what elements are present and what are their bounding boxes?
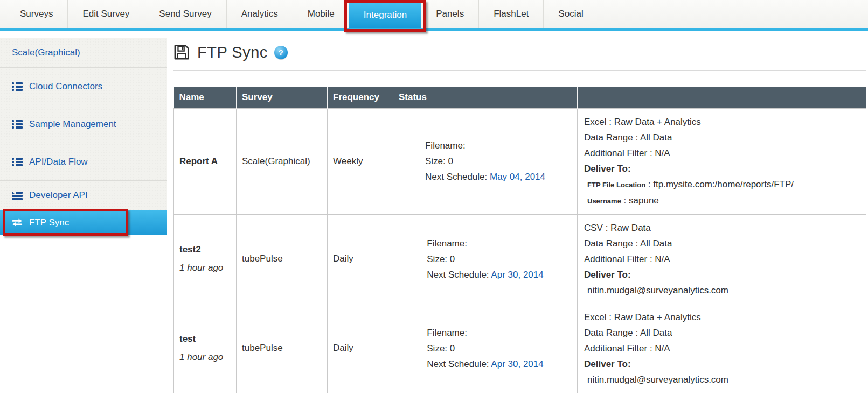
- detail-additional-filter: Additional Filter : N/A: [584, 251, 860, 267]
- table-row: test 1 hour ago tubePulse Daily Filename…: [174, 304, 866, 393]
- separator: :: [645, 179, 653, 189]
- sidebar-item-scale-graphical[interactable]: Scale(Graphical): [0, 38, 167, 68]
- detail-data-range: Data Range : All Data: [584, 325, 860, 341]
- separator: :: [621, 195, 629, 206]
- username-label: Username: [587, 197, 621, 205]
- detail-deliver-to-label: Deliver To:: [584, 356, 860, 372]
- sidebar-item-label: Cloud Connectors: [29, 81, 102, 92]
- sidebar-item-label: Developer API: [29, 190, 88, 201]
- status-next-schedule: Next Schedule: Apr 30, 2014: [427, 267, 543, 283]
- tab-social[interactable]: Social: [543, 0, 598, 28]
- sync-arrows-icon: [12, 218, 23, 227]
- sidebar: Scale(Graphical) Cloud Connectors Sample…: [0, 31, 171, 395]
- tab-panels[interactable]: Panels: [421, 0, 478, 28]
- title-divider: [173, 70, 866, 71]
- list-arrow-icon: [12, 191, 23, 200]
- details-cell: Excel : Raw Data + Analytics Data Range …: [578, 108, 866, 214]
- next-schedule-date-link[interactable]: May 04, 2014: [490, 172, 545, 182]
- column-header-status: Status: [393, 87, 578, 108]
- tab-integration[interactable]: Integration: [349, 2, 421, 28]
- status-cell: Filename: Size: 0 Next Schedule: May 04,…: [393, 108, 578, 214]
- ftp-location-value: ftp.mysite.com:/home/reports/FTP/: [653, 179, 794, 189]
- floppy-disk-icon: [173, 44, 190, 60]
- next-schedule-label: Next Schedule:: [427, 359, 491, 369]
- tab-label: Panels: [436, 9, 464, 19]
- tab-label: Send Survey: [159, 9, 211, 19]
- tab-edit-survey[interactable]: Edit Survey: [67, 0, 144, 28]
- next-schedule-date-link[interactable]: Apr 30, 2014: [491, 359, 543, 369]
- status-next-schedule: Next Schedule: Apr 30, 2014: [427, 356, 543, 372]
- tab-label: Analytics: [241, 9, 278, 19]
- status-filename: Filename:: [427, 325, 543, 341]
- frequency-cell: Weekly: [328, 108, 393, 214]
- sidebar-item-label: Sample Management: [29, 119, 116, 130]
- title-row: FTP Sync ?: [173, 41, 866, 63]
- detail-data-range: Data Range : All Data: [584, 130, 860, 145]
- page: Surveys Edit Survey Send Survey Analytic…: [0, 0, 868, 395]
- sidebar-item-cloud-connectors[interactable]: Cloud Connectors: [0, 68, 167, 105]
- detail-deliver-to-label: Deliver To:: [584, 161, 860, 177]
- detail-additional-filter: Additional Filter : N/A: [584, 145, 860, 161]
- table-header-row: Name Survey Frequency Status: [174, 87, 866, 108]
- list-icon: [12, 82, 23, 91]
- tab-surveys[interactable]: Surveys: [5, 0, 67, 28]
- table-row: test2 1 hour ago tubePulse Daily Filenam…: [174, 214, 866, 304]
- status-size: Size: 0: [425, 153, 545, 169]
- tab-flashlet[interactable]: FlashLet: [478, 0, 543, 28]
- help-icon[interactable]: ?: [274, 46, 288, 59]
- next-schedule-label: Next Schedule:: [425, 172, 490, 182]
- list-icon: [12, 157, 23, 166]
- sidebar-items: Scale(Graphical) Cloud Connectors Sample…: [0, 38, 167, 235]
- sidebar-item-label: FTP Sync: [29, 217, 69, 228]
- next-schedule-label: Next Schedule:: [427, 270, 491, 280]
- sidebar-item-developer-api[interactable]: Developer API: [0, 181, 167, 210]
- next-schedule-date-link[interactable]: Apr 30, 2014: [491, 270, 543, 280]
- username-value: sapune: [629, 195, 659, 206]
- sync-age: 1 hour ago: [179, 263, 231, 273]
- detail-format: CSV : Raw Data: [584, 220, 860, 236]
- frequency-cell: Daily: [328, 304, 393, 393]
- name-cell: test 1 hour ago: [174, 304, 237, 393]
- detail-format: Excel : Raw Data + Analytics: [584, 309, 860, 325]
- status-block: Filename: Size: 0 Next Schedule: Apr 30,…: [427, 236, 543, 283]
- status-next-schedule: Next Schedule: May 04, 2014: [425, 169, 545, 185]
- detail-deliver-email: nitin.mudgal@surveyanalytics.com: [584, 283, 860, 298]
- detail-data-range: Data Range : All Data: [584, 236, 860, 251]
- detail-deliver-to-label: Deliver To:: [584, 267, 860, 283]
- tab-send-survey[interactable]: Send Survey: [144, 0, 226, 28]
- top-nav: Surveys Edit Survey Send Survey Analytic…: [0, 0, 868, 31]
- tab-analytics[interactable]: Analytics: [226, 0, 293, 28]
- tab-label: Integration: [364, 10, 407, 20]
- sidebar-item-ftp-sync[interactable]: FTP Sync: [0, 210, 167, 235]
- detail-deliver-email: nitin.mudgal@surveyanalytics.com: [584, 372, 860, 387]
- sync-name: Report A: [179, 156, 231, 167]
- sync-age: 1 hour ago: [179, 352, 231, 363]
- sync-name: test: [179, 334, 231, 344]
- details-cell: CSV : Raw Data Data Range : All Data Add…: [578, 214, 866, 304]
- tab-mobile[interactable]: Mobile: [293, 0, 349, 28]
- survey-cell: Scale(Graphical): [237, 108, 328, 214]
- sync-name: test2: [179, 244, 231, 255]
- sidebar-item-api-data-flow[interactable]: API/Data Flow: [0, 143, 167, 181]
- tab-label: Social: [558, 9, 583, 19]
- name-cell: test2 1 hour ago: [174, 214, 237, 304]
- status-size: Size: 0: [427, 341, 543, 356]
- detail-additional-filter: Additional Filter : N/A: [584, 341, 860, 356]
- detail-format: Excel : Raw Data + Analytics: [584, 114, 860, 130]
- status-filename: Filename:: [427, 236, 543, 251]
- status-block: Filename: Size: 0 Next Schedule: Apr 30,…: [427, 325, 543, 372]
- name-cell: Report A: [174, 108, 237, 214]
- frequency-cell: Daily: [328, 214, 393, 304]
- main-content: FTP Sync ? Name Survey Frequency Status: [173, 31, 866, 393]
- status-cell: Filename: Size: 0 Next Schedule: Apr 30,…: [393, 214, 578, 304]
- tab-label: Edit Survey: [82, 9, 129, 19]
- sidebar-item-label: Scale(Graphical): [12, 47, 80, 58]
- column-header-details: [578, 87, 866, 108]
- tab-label: FlashLet: [494, 9, 529, 19]
- ftp-location-label: FTP File Location: [587, 181, 645, 189]
- column-header-frequency: Frequency: [328, 87, 393, 108]
- status-filename: Filename:: [425, 138, 545, 153]
- ftp-sync-table: Name Survey Frequency Status Report A Sc…: [173, 87, 866, 393]
- detail-username: Username : sapune: [584, 193, 860, 209]
- sidebar-item-sample-management[interactable]: Sample Management: [0, 105, 167, 143]
